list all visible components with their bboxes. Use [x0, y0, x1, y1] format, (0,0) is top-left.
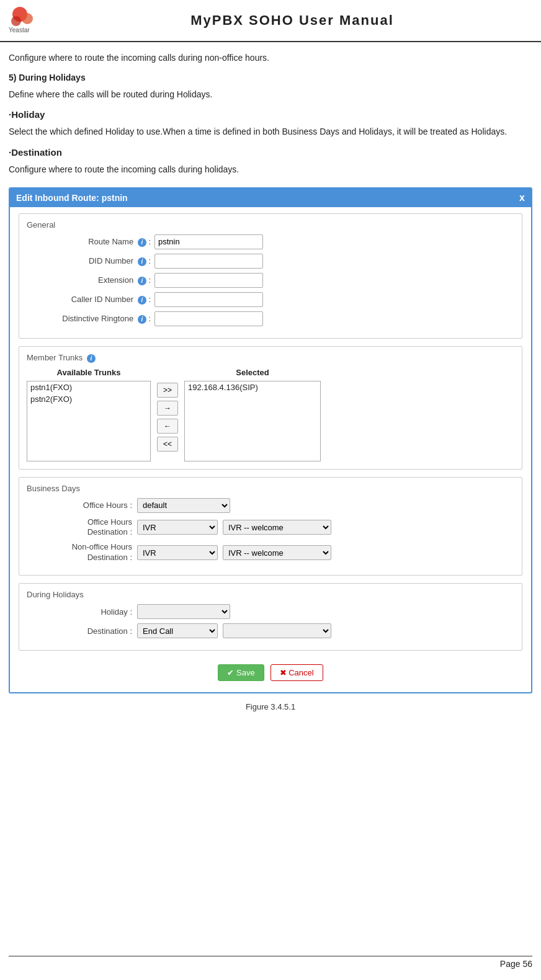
office-hours-label: Office Hours :	[27, 501, 132, 510]
selected-trunks-label: Selected	[236, 368, 269, 377]
trunks-columns: Available Trunks pstn1(FXO) pstn2(FXO) >…	[27, 368, 514, 461]
route-name-info-icon: i	[138, 238, 146, 247]
office-hours-dest-type-select[interactable]: IVR	[137, 520, 218, 535]
business-days-label: Business Days	[27, 484, 514, 493]
edit-inbound-route-dialog: Edit Inbound Route: pstnin x General Rou…	[9, 187, 532, 693]
svg-point-1	[22, 13, 33, 24]
dialog-body: General Route Name i : DID Number i :	[10, 207, 531, 692]
member-trunks-info-icon: i	[87, 354, 96, 363]
svg-text:Yeastar: Yeastar	[9, 27, 30, 33]
dialog-title: Edit Inbound Route: pstnin	[16, 193, 128, 203]
did-number-info-icon: i	[138, 257, 146, 266]
office-hours-dest-row: Office HoursDestination : IVR IVR -- wel…	[27, 517, 514, 538]
main-content: Configure where to route the incoming ca…	[0, 51, 541, 747]
dialog-close-button[interactable]: x	[519, 192, 525, 203]
move-all-right-button[interactable]: >>	[157, 383, 178, 398]
distinctive-ringtone-info-icon: i	[138, 315, 146, 324]
page-footer-wrapper: Page 56	[0, 956, 541, 969]
move-one-right-button[interactable]: →	[157, 401, 178, 416]
did-number-label: DID Number i :	[27, 256, 151, 266]
svg-point-2	[11, 16, 21, 26]
member-trunks-section: Member Trunks i Available Trunks pstn1(F…	[19, 346, 522, 470]
selected-trunks-list[interactable]: 192.168.4.136(SIP)	[184, 381, 321, 461]
general-section: General Route Name i : DID Number i :	[19, 213, 522, 339]
page-title: MyPBX SOHO User Manual	[51, 12, 534, 29]
extension-row: Extension i :	[27, 273, 514, 288]
dialog-footer: Save Cancel	[19, 658, 522, 684]
during-holidays-section: During Holidays Holiday : Destination : …	[19, 583, 522, 651]
list-item[interactable]: pstn2(FXO)	[27, 393, 150, 405]
caller-id-label: Caller ID Number i :	[27, 295, 151, 305]
distinctive-ringtone-label: Distinctive Ringtone i :	[27, 314, 151, 324]
section5-heading: 5) During Holidays	[9, 71, 532, 84]
holiday-field-label: Holiday :	[27, 607, 132, 617]
move-all-left-button[interactable]: <<	[157, 437, 178, 452]
member-trunks-label: Member Trunks i	[27, 353, 514, 363]
trunk-transfer-buttons: >> → ← <<	[151, 383, 184, 452]
caller-id-info-icon: i	[138, 296, 146, 305]
available-trunks-label: Available Trunks	[57, 368, 121, 377]
holiday-destination-row: Destination : End Call	[27, 623, 514, 638]
during-holidays-label: During Holidays	[27, 590, 514, 599]
holiday-row: Holiday :	[27, 604, 514, 619]
list-item[interactable]: 192.168.4.136(SIP)	[185, 381, 320, 393]
yeastar-logo: Yeastar	[7, 5, 51, 36]
route-name-label: Route Name i :	[27, 237, 151, 247]
figure-caption: Figure 3.4.5.1	[9, 702, 532, 711]
caller-id-input[interactable]	[154, 292, 263, 307]
holiday-select[interactable]	[137, 604, 230, 619]
header: Yeastar MyPBX SOHO User Manual	[0, 0, 541, 42]
office-hours-dest-value-select[interactable]: IVR -- welcome	[223, 520, 331, 535]
caller-id-row: Caller ID Number i :	[27, 292, 514, 307]
distinctive-ringtone-row: Distinctive Ringtone i :	[27, 311, 514, 326]
non-office-hours-dest-row: Non-office HoursDestination : IVR IVR --…	[27, 542, 514, 563]
dialog-titlebar: Edit Inbound Route: pstnin x	[10, 189, 531, 207]
move-one-left-button[interactable]: ←	[157, 419, 178, 434]
did-number-row: DID Number i :	[27, 254, 514, 269]
available-trunks-col: Available Trunks pstn1(FXO) pstn2(FXO)	[27, 368, 151, 461]
holiday-para: Select the which defined Holiday to use.…	[9, 125, 532, 138]
route-name-row: Route Name i :	[27, 234, 514, 249]
business-days-section: Business Days Office Hours : default Off…	[19, 477, 522, 576]
extension-label: Extension i :	[27, 275, 151, 285]
destination-heading: ·Destination	[9, 145, 532, 160]
cancel-button[interactable]: Cancel	[270, 664, 323, 681]
office-hours-row: Office Hours : default	[27, 498, 514, 513]
holiday-destination-label: Destination :	[27, 626, 132, 636]
general-label: General	[27, 220, 514, 229]
office-hours-select[interactable]: default	[137, 498, 230, 513]
extension-info-icon: i	[138, 277, 146, 285]
non-office-dest-type-select[interactable]: IVR	[137, 545, 218, 560]
section5-para: Define where the calls will be routed du…	[9, 87, 532, 101]
save-button[interactable]: Save	[218, 664, 264, 681]
distinctive-ringtone-input[interactable]	[154, 311, 263, 326]
page-number: Page 56	[9, 959, 532, 969]
selected-trunks-col: Selected 192.168.4.136(SIP)	[184, 368, 321, 461]
destination-para: Configure where to route the incoming ca…	[9, 163, 532, 176]
extension-input[interactable]	[154, 273, 263, 288]
route-name-input[interactable]	[154, 234, 263, 249]
non-office-dest-value-select[interactable]: IVR -- welcome	[223, 545, 331, 560]
office-hours-dest-label: Office HoursDestination :	[27, 517, 132, 538]
non-office-dest-label: Non-office HoursDestination :	[27, 542, 132, 563]
available-trunks-list[interactable]: pstn1(FXO) pstn2(FXO)	[27, 381, 151, 461]
holiday-heading: ·Holiday	[9, 107, 532, 122]
list-item[interactable]: pstn1(FXO)	[27, 381, 150, 393]
did-number-input[interactable]	[154, 254, 263, 269]
para-non-office: Configure where to route the incoming ca…	[9, 51, 532, 65]
holiday-dest-type-select[interactable]: End Call	[137, 623, 218, 638]
holiday-dest-value-select[interactable]	[223, 623, 331, 638]
